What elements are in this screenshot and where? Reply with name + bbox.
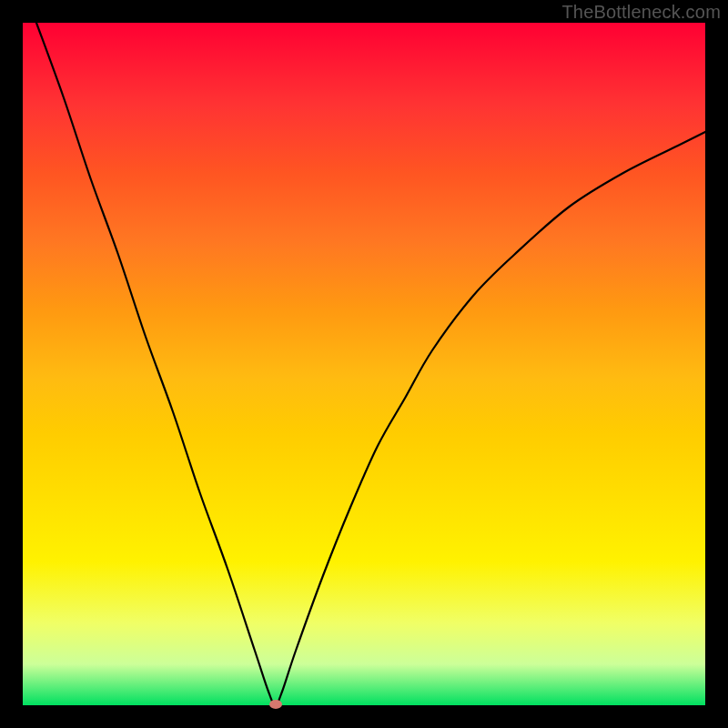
- watermark-text: TheBottleneck.com: [561, 2, 721, 23]
- minimum-marker: [269, 700, 282, 709]
- chart-plot-area: [23, 23, 705, 705]
